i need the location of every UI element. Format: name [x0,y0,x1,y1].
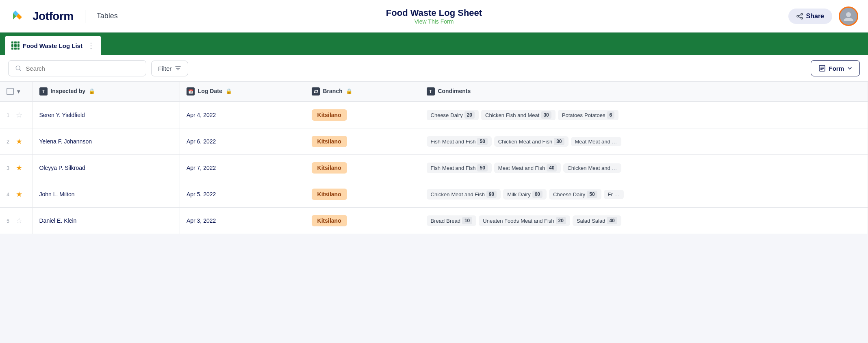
row-number: 2 [7,139,13,145]
th-condiments-label: Condiments [438,88,471,94]
condiment-amount: 30 [541,111,551,119]
condiment-tag: Fish Meat and Fish 50 [427,136,492,147]
condiment-tag: Chicken Meat and Fish 30 [494,136,569,147]
svg-point-6 [846,12,851,17]
avatar[interactable] [839,7,858,26]
condiment-category: Meat and Fish [521,218,554,224]
table-container: ▾ T Inspected by 🔒 📅 Log Date 🔒 🏷 Branch [0,82,868,234]
condiment-category: Salad [592,218,605,224]
view-form-link[interactable]: View This Form [386,18,482,25]
tables-label: Tables [97,12,118,20]
row-controls-cell: 5 ☆ [0,208,33,234]
share-icon [796,13,803,20]
th-row-controls: ▾ [0,82,33,102]
data-table: ▾ T Inspected by 🔒 📅 Log Date 🔒 🏷 Branch [0,82,868,234]
inspected-by-cell: Yelena F. Johannson [33,128,180,155]
branch-cell: Kitsilano [305,128,420,155]
table-header-row: ▾ T Inspected by 🔒 📅 Log Date 🔒 🏷 Branch [0,82,868,102]
log-date-cell: Apr 6, 2022 [180,128,305,155]
jotform-logo-icon [10,7,28,25]
star-icon[interactable]: ☆ [16,216,22,225]
share-label: Share [806,13,824,20]
toolbar-right: Form [811,60,860,76]
form-icon [818,65,826,72]
log-date-lock-icon: 🔒 [226,88,232,94]
condiment-name: Chicken [431,191,450,198]
condiment-tag: Chicken Meat and Fish 90 [427,189,501,200]
condiment-category: Dairy [518,191,530,198]
condiment-name: Salad [577,218,590,224]
svg-line-4 [798,15,801,16]
inspected-by-cell: Daniel E. Klein [33,208,180,234]
th-condiments: T Condiments [420,82,868,102]
condiment-name: Meat [575,139,587,145]
condiment-name: Cheese [431,112,449,118]
th-branch-label: Branch [323,88,343,94]
svg-point-1 [801,13,803,15]
condiment-name: Chicken [498,139,517,145]
row-number: 5 [7,218,13,224]
condiment-amount: 30 [554,138,564,145]
branch-lock-icon: 🔒 [346,88,352,94]
header-right: Share [788,7,858,26]
condiment-tag: Chicken Meat and… [563,163,621,173]
share-button[interactable]: Share [788,9,832,24]
star-icon[interactable]: ★ [16,137,22,146]
svg-line-8 [20,69,21,71]
branch-type-icon: 🏷 [312,87,320,96]
truncation-indicator: … [614,191,620,198]
condiment-tag: Potatoes Potatoes 6 [558,110,618,120]
svg-point-3 [797,15,799,17]
condiment-amount: 10 [462,217,472,224]
filter-button[interactable]: Filter [151,61,188,76]
th-branch: 🏷 Branch 🔒 [305,82,420,102]
condiment-name: Uneaten Foods [483,218,519,224]
th-inspected-by: T Inspected by 🔒 [33,82,180,102]
condiment-name: Fish [431,139,441,145]
condiment-amount: 20 [556,217,566,224]
condiment-amount: 40 [607,217,617,224]
table-row: 3 ★ Oleyya P. SilkroadApr 7, 2022Kitsila… [0,155,868,181]
condiments-cell: Fish Meat and Fish 50Meat Meat and Fish … [420,155,868,181]
condiment-tag: Uneaten Foods Meat and Fish 20 [479,215,570,226]
chevron-down-icon [847,66,852,71]
condiment-tag: Salad Salad 40 [573,215,621,226]
tab-food-waste-log-list[interactable]: Food Waste Log List ⋮ [5,36,101,55]
svg-point-2 [801,17,803,19]
th-log-date-label: Log Date [198,88,222,94]
condiment-amount: 6 [607,111,614,119]
star-icon[interactable]: ★ [16,190,22,199]
log-date-cell: Apr 3, 2022 [180,208,305,234]
tab-bar: Food Waste Log List ⋮ [0,33,868,55]
tab-options-icon[interactable]: ⋮ [87,41,95,50]
condiment-amount: 50 [587,191,597,198]
condiment-amount: 20 [464,111,475,119]
log-date-cell: Apr 4, 2022 [180,102,305,128]
search-box[interactable] [8,60,146,76]
star-icon[interactable]: ☆ [16,111,22,119]
inspected-by-type-icon: T [39,87,48,96]
row-select-chevron[interactable]: ▾ [17,88,20,95]
condiment-category: Meat and Fish [519,139,552,145]
search-input[interactable] [26,65,139,72]
form-button[interactable]: Form [811,60,860,76]
row-controls-cell: 1 ☆ [0,102,33,128]
log-date-cell: Apr 7, 2022 [180,155,305,181]
condiment-name: Bread [431,218,445,224]
condiment-name: Cheese [553,191,571,198]
row-controls-cell: 4 ★ [0,181,33,208]
grid-icon [11,41,20,50]
star-icon[interactable]: ★ [16,163,22,172]
condiment-tag: Meat Meat and Fish 40 [494,163,561,173]
inspected-by-cell: Oleyya P. Silkroad [33,155,180,181]
condiment-name: Chicken [485,112,504,118]
condiments-cell: Cheese Dairy 20Chicken Fish and Meat 30P… [420,102,868,128]
select-all-checkbox[interactable] [7,88,14,95]
condiment-tag: Milk Dairy 60 [503,189,547,200]
branch-badge: Kitsilano [312,109,347,121]
log-date-type-icon: 📅 [187,87,195,96]
condiment-category: Dairy [450,112,462,118]
header: Jotform Tables Food Waste Log Sheet View… [0,0,868,33]
condiment-name: Fr [608,191,613,198]
condiment-amount: 50 [477,138,487,145]
